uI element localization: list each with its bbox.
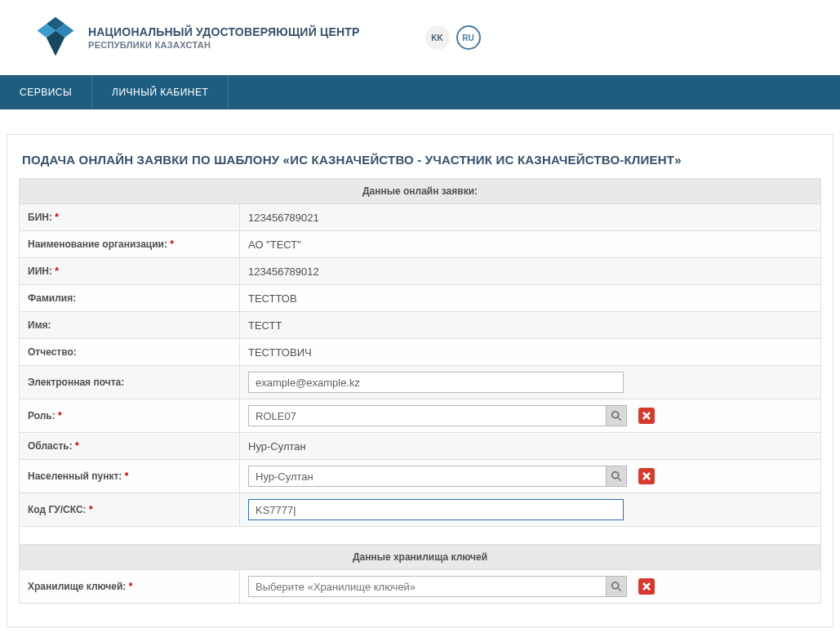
section-header-application: Данные онлайн заявки: [20, 179, 821, 204]
storage-clear-button[interactable] [638, 578, 655, 595]
label-bin: БИН: * [20, 204, 240, 231]
nav-cabinet[interactable]: ЛИЧНЫЙ КАБИНЕТ [92, 75, 229, 109]
city-search-button[interactable] [606, 466, 627, 487]
language-switcher: KK RU [425, 25, 481, 50]
value-patronymic: ТЕСТТОВИЧ [240, 339, 821, 366]
search-icon [611, 410, 622, 421]
logo-icon [33, 15, 78, 60]
site-header: НАЦИОНАЛЬНЫЙ УДОСТОВЕРЯЮЩИЙ ЦЕНТР РЕСПУБ… [0, 0, 840, 75]
nav-services[interactable]: СЕРВИСЫ [0, 75, 92, 109]
label-code: Код ГУ/СКС: * [20, 493, 240, 527]
storage-input[interactable] [248, 576, 606, 597]
label-region: Область: * [20, 433, 240, 460]
label-role: Роль: * [20, 399, 240, 433]
label-city: Населенный пункт: * [20, 460, 240, 493]
site-title: НАЦИОНАЛЬНЫЙ УДОСТОВЕРЯЮЩИЙ ЦЕНТР [88, 25, 360, 38]
value-region: Нур-Султан [240, 433, 821, 460]
label-firstname: Имя: [20, 312, 240, 339]
value-firstname: ТЕСТТ [240, 312, 821, 339]
label-patronymic: Отчество: [20, 339, 240, 366]
main-nav: СЕРВИСЫ ЛИЧНЫЙ КАБИНЕТ [0, 75, 840, 109]
close-icon [642, 472, 651, 480]
application-form-table: Данные онлайн заявки: БИН: * 12345678902… [19, 178, 821, 604]
close-icon [642, 582, 651, 591]
section-header-storage: Данные хранилища ключей [20, 545, 821, 570]
page-title: ПОДАЧА ОНЛАЙН ЗАЯВКИ ПО ШАБЛОНУ «ИС КАЗН… [19, 146, 821, 178]
label-email: Электронная почта: [20, 366, 240, 399]
form-panel: ПОДАЧА ОНЛАЙН ЗАЯВКИ ПО ШАБЛОНУ «ИС КАЗН… [7, 134, 833, 627]
role-search-button[interactable] [606, 405, 627, 426]
label-iin: ИИН: * [20, 258, 240, 285]
value-iin: 123456789012 [240, 258, 821, 285]
role-clear-button[interactable] [638, 408, 655, 424]
email-input[interactable] [248, 372, 624, 393]
search-icon [611, 581, 622, 592]
label-lastname: Фамилия: [20, 285, 240, 312]
city-clear-button[interactable] [638, 468, 655, 484]
logo-block: НАЦИОНАЛЬНЫЙ УДОСТОВЕРЯЮЩИЙ ЦЕНТР РЕСПУБ… [33, 15, 360, 60]
city-input[interactable] [248, 466, 606, 487]
value-org: АО "ТЕСТ" [240, 231, 821, 258]
label-storage: Хранилище ключей: * [20, 570, 240, 604]
role-input[interactable] [248, 405, 606, 426]
lang-kk-button[interactable]: KK [425, 25, 450, 50]
value-bin: 123456789021 [240, 204, 821, 231]
close-icon [642, 412, 651, 420]
lang-ru-button[interactable]: RU [456, 25, 481, 50]
value-lastname: ТЕСТТОВ [240, 285, 821, 312]
storage-search-button[interactable] [606, 576, 627, 597]
site-subtitle: РЕСПУБЛИКИ КАЗАХСТАН [88, 40, 360, 50]
search-icon [611, 470, 622, 482]
label-org: Наименование организации: * [20, 231, 240, 258]
code-input[interactable] [248, 499, 624, 520]
